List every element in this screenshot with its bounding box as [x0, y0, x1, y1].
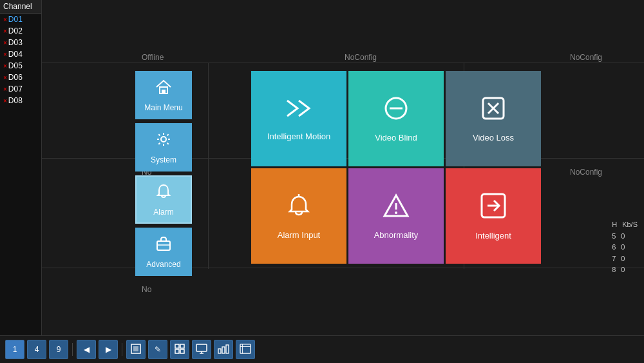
tiles-grid: Intelligent Motion Video Blind Video Lo	[251, 71, 541, 264]
alarm-input-label: Alarm Input	[278, 230, 320, 240]
settings-icon	[240, 344, 251, 356]
status-icon: ×	[3, 51, 7, 58]
stats-panel: H Kb/S 5 0 6 0 7 0 8 0	[612, 219, 638, 276]
channel-d03[interactable]: × D03	[0, 37, 41, 48]
bell-icon	[155, 182, 173, 204]
sep1	[72, 343, 73, 356]
view-4-icon: 4	[35, 345, 39, 354]
svg-rect-27	[240, 344, 251, 353]
svg-rect-17	[175, 344, 179, 348]
divider-bot	[42, 268, 644, 268]
video-blind-label: Video Blind	[375, 133, 417, 142]
channel-d08[interactable]: × D08	[0, 95, 41, 106]
status-icon: ×	[3, 97, 7, 104]
alarm-button[interactable]: Alarm	[135, 175, 192, 224]
x-square-icon	[480, 95, 506, 126]
svg-rect-1	[162, 90, 166, 93]
intelligent-tile[interactable]: Intelligent	[446, 168, 541, 264]
grid-button[interactable]	[170, 340, 189, 359]
label-no-left2: No	[142, 285, 151, 294]
next-button[interactable]: ▶	[99, 340, 118, 359]
sep2	[122, 343, 122, 356]
stats-header-row: H Kb/S	[612, 219, 638, 231]
view-1-button[interactable]: 1	[5, 340, 24, 359]
network-button[interactable]	[214, 340, 233, 359]
status-icon: ×	[3, 86, 7, 93]
network-icon	[218, 344, 229, 356]
status-icon: ×	[3, 74, 7, 81]
label-noconfig1: NoConfig	[345, 53, 377, 62]
abnormality-tile[interactable]: Abnormality	[348, 168, 444, 264]
channel-d05[interactable]: × D05	[0, 60, 41, 72]
alarm-bell-icon	[286, 193, 312, 224]
settings-button[interactable]	[236, 340, 255, 359]
stats-row-6: 6 0	[612, 242, 638, 253]
intelligent-motion-label: Intelligent Motion	[267, 132, 330, 141]
abnormality-label: Abnormality	[374, 230, 419, 240]
system-button[interactable]: System	[135, 123, 192, 172]
advanced-label: Advanced	[146, 260, 180, 269]
left-menu: Main Menu System Alarm	[135, 71, 192, 276]
channel-d07[interactable]: × D07	[0, 83, 41, 95]
stats-label-h: H	[612, 219, 617, 231]
alarm-label: Alarm	[153, 208, 173, 217]
status-icon: ×	[3, 63, 7, 70]
home-icon	[155, 78, 173, 100]
channel-sidebar: Channel × D01 × D02 × D03 × D04 × D05 × …	[0, 0, 42, 335]
channel-d04[interactable]: × D04	[0, 48, 41, 60]
monitor-button[interactable]	[192, 340, 211, 359]
view-4-button[interactable]: 4	[27, 340, 46, 359]
svg-rect-25	[222, 347, 225, 353]
svg-point-2	[161, 137, 166, 142]
monitor-icon	[196, 344, 207, 356]
main-menu-button[interactable]: Main Menu	[135, 71, 192, 119]
fullscreen-button[interactable]	[126, 340, 146, 359]
view-9-icon: 9	[57, 345, 61, 354]
view-1-icon: 1	[13, 345, 17, 354]
svg-rect-20	[180, 349, 184, 353]
arrow-right-box-icon	[480, 192, 507, 224]
label-offline: Offline	[142, 53, 164, 62]
svg-point-12	[395, 211, 397, 214]
divider-top	[42, 63, 644, 63]
warning-triangle-icon	[382, 193, 410, 224]
toolbar: 1 4 9 ◀ ▶ ✎	[0, 335, 644, 363]
alarm-input-tile[interactable]: Alarm Input	[251, 168, 346, 264]
svg-rect-3	[157, 241, 170, 250]
svg-rect-24	[218, 349, 221, 353]
system-label: System	[151, 155, 176, 164]
svg-rect-21	[196, 344, 207, 351]
main-menu-label: Main Menu	[144, 103, 182, 112]
channel-d06[interactable]: × D06	[0, 72, 41, 83]
edit-button[interactable]: ✎	[148, 340, 167, 359]
sidebar-header: Channel	[0, 0, 41, 14]
prev-button[interactable]: ◀	[77, 340, 96, 359]
fast-forward-icon	[286, 97, 312, 125]
channel-d01[interactable]: × D01	[0, 14, 41, 25]
next-icon: ▶	[106, 345, 111, 354]
divider-left	[208, 63, 209, 269]
stats-row-8: 8 0	[612, 264, 638, 276]
intelligent-label: Intelligent	[475, 231, 511, 240]
label-noconfig2: NoConfig	[570, 53, 602, 62]
svg-rect-18	[180, 344, 184, 348]
pencil-icon: ✎	[155, 345, 161, 354]
svg-rect-26	[226, 345, 229, 353]
stats-kb-header: Kb/S	[622, 219, 638, 231]
video-loss-tile[interactable]: Video Loss	[446, 71, 541, 166]
status-icon: ×	[3, 28, 7, 35]
fullscreen-icon	[131, 344, 141, 356]
status-icon: ×	[3, 39, 7, 46]
svg-rect-16	[133, 346, 138, 351]
channel-d02[interactable]: × D02	[0, 25, 41, 37]
main-area: Offline NoConfig NoConfig No NoConfig No…	[42, 0, 644, 335]
label-noconfig3: NoConfig	[570, 168, 602, 177]
stats-row-5: 5 0	[612, 231, 638, 242]
view-9-button[interactable]: 9	[49, 340, 68, 359]
svg-rect-19	[175, 349, 179, 353]
intelligent-motion-tile[interactable]: Intelligent Motion	[251, 71, 346, 166]
bag-icon	[155, 235, 173, 257]
video-blind-tile[interactable]: Video Blind	[348, 71, 444, 166]
status-icon: ×	[3, 16, 7, 23]
advanced-button[interactable]: Advanced	[135, 228, 192, 276]
